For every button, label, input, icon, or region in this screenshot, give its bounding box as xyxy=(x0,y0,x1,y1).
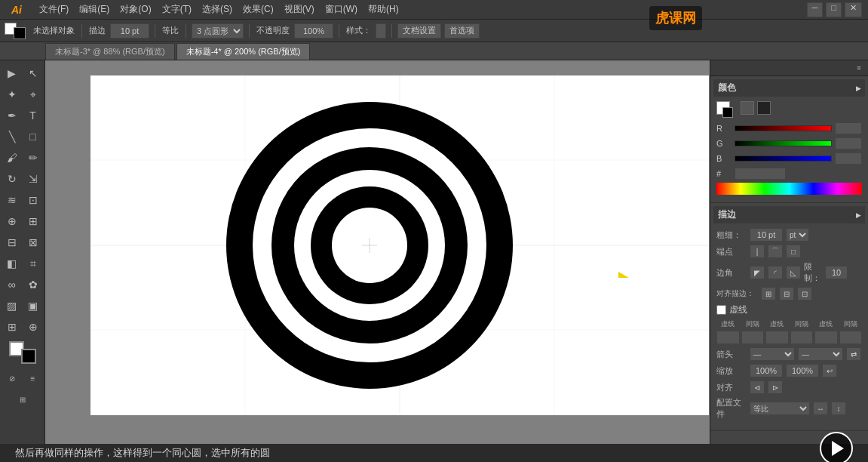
menu-effect[interactable]: 效果(C) xyxy=(238,2,278,17)
menu-file[interactable]: 文件(F) xyxy=(35,2,73,17)
color-sample-1[interactable] xyxy=(741,101,754,115)
align-outside-btn[interactable]: ⊡ xyxy=(797,287,812,300)
rotate-tool[interactable]: ↻ xyxy=(2,169,22,189)
pen-tool[interactable]: ✒ xyxy=(2,106,22,125)
zoom-tool[interactable]: ⊕ xyxy=(23,317,43,337)
eyedropper-tool[interactable]: ⌗ xyxy=(23,254,43,273)
preferences-btn[interactable]: 首选项 xyxy=(444,23,480,38)
menu-edit[interactable]: 编辑(E) xyxy=(75,2,114,17)
blend-tool[interactable]: ∞ xyxy=(2,275,22,294)
gap1-input[interactable] xyxy=(741,331,765,344)
stroke-panel-title: 描边 xyxy=(718,208,736,221)
line-tool[interactable]: ╲ xyxy=(2,127,22,146)
arrow-swap-btn[interactable]: ⇄ xyxy=(846,347,861,361)
corner-bevel-btn[interactable]: ◺ xyxy=(786,266,801,279)
flip-h-btn[interactable]: ↔ xyxy=(813,402,828,415)
weight-unit-select[interactable]: pt xyxy=(786,228,809,242)
minimize-btn[interactable]: ─ xyxy=(807,2,824,17)
g-value[interactable] xyxy=(835,137,862,149)
b-slider[interactable] xyxy=(735,156,832,162)
pencil-tool[interactable]: ✏ xyxy=(23,148,43,168)
menu-select[interactable]: 选择(S) xyxy=(198,2,237,17)
corner-round-btn[interactable]: ◜ xyxy=(768,266,783,279)
b-value[interactable] xyxy=(835,152,862,165)
stroke-panel-header[interactable]: 描边 ▸ xyxy=(713,206,865,223)
cap-square-btn[interactable]: □ xyxy=(786,245,801,258)
style-btn[interactable] xyxy=(376,23,386,38)
left-toolbar: ▶ ↖ ✦ ⌖ ✒ T ╲ □ 🖌 ✏ ↻ ⇲ ≋ ⊡ ⊕ ⊞ xyxy=(0,60,45,444)
tab-2[interactable]: 未标题-4* @ 200% (RGB/预览) xyxy=(176,43,311,60)
fill-none-btn[interactable]: ⊘ xyxy=(2,368,22,388)
screen-mode-btn[interactable]: ⊞ xyxy=(13,390,32,409)
warp-tool[interactable]: ≋ xyxy=(2,190,22,210)
gap2-input[interactable] xyxy=(790,331,814,344)
flip-v-btn[interactable]: ↕ xyxy=(831,402,846,415)
cap-round-btn[interactable]: ⌒ xyxy=(768,245,783,258)
align-center-btn[interactable]: ⊞ xyxy=(761,287,776,300)
color-mode-btn[interactable]: ≡ xyxy=(23,368,43,388)
r-value[interactable] xyxy=(835,122,862,134)
weight-input[interactable] xyxy=(750,228,783,242)
opacity-input[interactable] xyxy=(294,23,333,38)
g-slider[interactable] xyxy=(735,140,832,146)
dash3-input[interactable] xyxy=(814,331,838,344)
maximize-btn[interactable]: □ xyxy=(826,2,842,17)
direct-selection-tool[interactable]: ↖ xyxy=(23,63,43,83)
gradient-tool[interactable]: ◧ xyxy=(2,254,22,273)
menu-view[interactable]: 视图(V) xyxy=(280,2,319,17)
paintbrush-tool[interactable]: 🖌 xyxy=(2,148,22,168)
fill-stroke-box[interactable] xyxy=(9,341,36,364)
color-panel-header[interactable]: 颜色 ▸ xyxy=(713,79,865,97)
scale-tool[interactable]: ⇲ xyxy=(23,169,43,189)
menu-help[interactable]: 帮助(H) xyxy=(363,2,403,17)
play-button[interactable] xyxy=(820,432,853,462)
arrow-start-select[interactable]: — xyxy=(750,347,795,361)
dashed-checkbox[interactable] xyxy=(716,305,726,315)
fill-swatch-box[interactable] xyxy=(716,101,738,118)
menu-window[interactable]: 窗口(W) xyxy=(321,2,362,17)
r-slider[interactable] xyxy=(735,125,832,131)
type-tool[interactable]: T xyxy=(23,106,43,125)
shape-tool[interactable]: □ xyxy=(23,127,43,146)
profile-select[interactable]: 等比 xyxy=(750,402,810,415)
dash2-label: 虚线 xyxy=(765,319,789,329)
symbol-tool[interactable]: ✿ xyxy=(23,275,43,294)
color-spectrum-bar[interactable] xyxy=(716,183,862,195)
live-paint-tool[interactable]: ⊞ xyxy=(23,211,43,231)
selection-tool[interactable]: ▶ xyxy=(2,63,22,83)
limit-input[interactable] xyxy=(825,266,848,279)
slice-tool[interactable]: ⊞ xyxy=(2,317,22,337)
cap-butt-btn[interactable]: | xyxy=(750,245,765,258)
scale-end-input[interactable] xyxy=(786,364,819,377)
mesh-tool[interactable]: ⊠ xyxy=(23,233,43,252)
menu-object[interactable]: 对象(O) xyxy=(115,2,155,17)
perspective-grid-tool[interactable]: ⊟ xyxy=(2,233,22,252)
scale-link-btn[interactable]: ↩ xyxy=(822,364,837,377)
align-inside-btn[interactable]: ⊟ xyxy=(779,287,794,300)
dash2-input[interactable] xyxy=(765,331,789,344)
menu-text[interactable]: 文字(T) xyxy=(158,2,196,17)
dash3-label: 虚线 xyxy=(814,319,838,329)
color-sample-2[interactable] xyxy=(757,101,771,115)
dash1-input[interactable] xyxy=(716,331,740,344)
column-graph-tool[interactable]: ▨ xyxy=(2,296,22,316)
fill-stroke-swatch[interactable] xyxy=(5,23,26,39)
lasso-tool[interactable]: ⌖ xyxy=(23,85,43,104)
free-transform-tool[interactable]: ⊡ xyxy=(23,190,43,210)
align-start-btn[interactable]: ⊲ xyxy=(750,380,765,394)
corner-miter-btn[interactable]: ◤ xyxy=(750,266,765,279)
magic-wand-tool[interactable]: ✦ xyxy=(2,85,22,104)
shape-select[interactable]: 3 点圆形 xyxy=(192,23,244,38)
artboard-tool[interactable]: ▣ xyxy=(23,296,43,316)
arrow-end-select[interactable]: — xyxy=(798,347,843,361)
shape-builder-tool[interactable]: ⊕ xyxy=(2,211,22,231)
scale-start-input[interactable] xyxy=(750,364,783,377)
panel-options-btn[interactable]: ≡ xyxy=(853,62,865,74)
hex-value[interactable] xyxy=(735,168,786,180)
gap3-input[interactable] xyxy=(839,331,863,344)
tab-1[interactable]: 未标题-3* @ 88% (RGB/预览) xyxy=(45,43,175,60)
close-btn[interactable]: ✕ xyxy=(845,2,862,17)
doc-settings-btn[interactable]: 文档设置 xyxy=(397,23,441,38)
align-end-btn[interactable]: ⊳ xyxy=(768,380,783,394)
stroke-value-input[interactable] xyxy=(110,23,149,38)
